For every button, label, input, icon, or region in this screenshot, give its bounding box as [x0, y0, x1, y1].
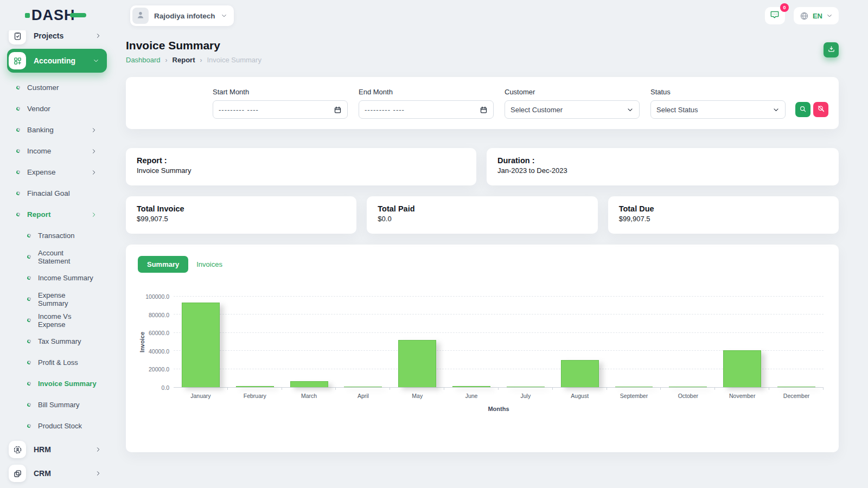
sidebar-item-label: Invoice Summary — [38, 380, 97, 388]
sidebar-item-label: Banking — [27, 126, 54, 134]
search-off-icon — [817, 105, 825, 113]
bar-march — [290, 381, 328, 387]
sidebar-item-income-summary[interactable]: Income Summary — [7, 267, 107, 288]
main-area: Rajodiya infotech 0 EN Invoice Summary D… — [114, 0, 868, 488]
logo-wrap: DASH — [0, 0, 114, 30]
breadcrumb-separator-icon: › — [165, 56, 168, 64]
page-title: Invoice Summary — [126, 39, 261, 52]
sidebar-item-accounting[interactable]: Accounting — [7, 49, 107, 73]
bullet-icon — [16, 191, 21, 196]
tab-summary[interactable]: Summary — [138, 256, 188, 273]
bullet-icon — [27, 339, 31, 344]
x-tick-label: May — [390, 393, 444, 399]
sidebar-item-report[interactable]: Report — [7, 204, 107, 225]
customer-select[interactable]: Select Customer — [505, 100, 640, 119]
download-button[interactable] — [824, 42, 839, 57]
messages-button[interactable]: 0 — [765, 7, 785, 24]
end-month-field: End Month --------- ---- — [359, 88, 494, 119]
x-tick-label: November — [715, 393, 769, 399]
sidebar-item-crm[interactable]: CRM — [7, 463, 107, 484]
company-name: Rajodiya infotech — [154, 12, 215, 20]
bar-may — [398, 340, 436, 387]
title-row: Invoice Summary Dashboard›Report›Invoice… — [126, 39, 839, 64]
duration-card: Duration : Jan-2023 to Dec-2023 — [487, 148, 839, 185]
breadcrumb-item-1[interactable]: Dashboard — [126, 56, 161, 64]
topbar: Rajodiya infotech 0 EN — [126, 0, 839, 31]
sidebar-item-hrm[interactable]: HRM — [7, 439, 107, 460]
chart-slot-july — [499, 297, 553, 387]
sidebar-item-bill-summary[interactable]: Bill Summary — [7, 394, 107, 415]
stat-card-total-paid: Total Paid$0.0 — [367, 196, 597, 234]
bullet-icon — [27, 233, 31, 238]
tab-invoices[interactable]: Invoices — [196, 260, 222, 268]
sidebar-item-expense[interactable]: Expense — [7, 162, 107, 183]
status-select[interactable]: Select Status — [650, 100, 786, 119]
sidebar-item-label: Account Statement — [38, 249, 97, 265]
bar-november — [723, 350, 761, 387]
x-tick-label: October — [661, 393, 715, 399]
end-month-placeholder: --------- ---- — [365, 106, 405, 114]
bullet-icon — [16, 170, 21, 175]
stat-label: Total Paid — [378, 204, 586, 213]
apply-filter-button[interactable] — [795, 102, 810, 117]
bar-september — [615, 387, 653, 387]
sidebar-item-income[interactable]: Income — [7, 140, 107, 162]
sidebar-item-profit-loss[interactable]: Profit & Loss — [7, 352, 107, 373]
logo-bar-icon — [70, 13, 86, 17]
bar-august — [561, 360, 599, 387]
chart-slot-october — [661, 297, 715, 387]
bar-january — [182, 303, 220, 387]
chart-slot-may — [390, 297, 444, 387]
sidebar-item-vendor[interactable]: Vendor — [7, 98, 107, 119]
sidebar-item-finacial-goal[interactable]: Finacial Goal — [7, 183, 107, 204]
chart-slot-august — [553, 297, 607, 387]
sidebar-item-banking[interactable]: Banking — [7, 119, 107, 140]
duration-label: Duration : — [497, 156, 828, 165]
chevron-down-icon — [221, 12, 227, 19]
sidebar-item-transaction[interactable]: Transaction — [7, 225, 107, 246]
chart-slot-april — [336, 297, 390, 387]
chevron-right-icon — [95, 33, 101, 39]
sidebar: DASH ProjectsAccountingCustomerVendorBan… — [0, 0, 114, 488]
bullet-icon — [16, 127, 21, 132]
report-info-row: Report : Invoice Summary Duration : Jan-… — [126, 148, 839, 185]
invoice-bar-chart: Invoice 0.020000.040000.060000.080000.01… — [138, 297, 827, 412]
hrm-icon — [13, 445, 22, 454]
sidebar-item-invoice-summary[interactable]: Invoice Summary — [7, 373, 107, 394]
stat-label: Total Invoice — [137, 204, 346, 213]
start-month-label: Start Month — [213, 88, 348, 96]
x-tick-label: June — [444, 393, 499, 399]
reset-filter-button[interactable] — [813, 102, 828, 117]
sidebar-item-label: Vendor — [27, 105, 50, 113]
avatar — [132, 8, 149, 24]
report-card: Report : Invoice Summary — [126, 148, 476, 185]
sidebar-item-account-statement[interactable]: Account Statement — [7, 246, 107, 267]
sidebar-item-label: Transaction — [38, 232, 74, 240]
y-tick-label: 80000.0 — [149, 312, 169, 318]
sidebar-item-label: Expense Summary — [38, 291, 97, 307]
language-selector[interactable]: EN — [794, 7, 839, 24]
download-icon — [827, 45, 835, 53]
sidebar-item-label: Customer — [27, 84, 59, 92]
chart-slot-february — [228, 297, 282, 387]
stat-value: $0.0 — [378, 215, 586, 223]
sidebar-item-product-stock[interactable]: Product Stock — [7, 415, 107, 436]
stat-value: $99,907.5 — [619, 215, 828, 223]
end-month-input[interactable]: --------- ---- — [359, 100, 494, 119]
bullet-icon — [27, 297, 31, 301]
end-month-label: End Month — [359, 88, 494, 96]
company-selector[interactable]: Rajodiya infotech — [130, 5, 234, 26]
breadcrumb-item-2[interactable]: Report — [173, 56, 195, 64]
status-select-value: Select Status — [656, 106, 698, 114]
app-root: DASH ProjectsAccountingCustomerVendorBan… — [0, 0, 868, 488]
bullet-icon — [27, 360, 31, 365]
sidebar-item-expense-summary[interactable]: Expense Summary — [7, 288, 107, 310]
person-icon — [136, 10, 145, 20]
bullet-icon — [27, 402, 31, 407]
x-tick-label: July — [499, 393, 553, 399]
start-month-placeholder: --------- ---- — [219, 106, 259, 114]
sidebar-item-customer[interactable]: Customer — [7, 77, 107, 98]
start-month-input[interactable]: --------- ---- — [213, 100, 348, 119]
sidebar-item-tax-summary[interactable]: Tax Summary — [7, 331, 107, 352]
sidebar-item-income-vs-expense[interactable]: Income Vs Expense — [7, 310, 107, 331]
